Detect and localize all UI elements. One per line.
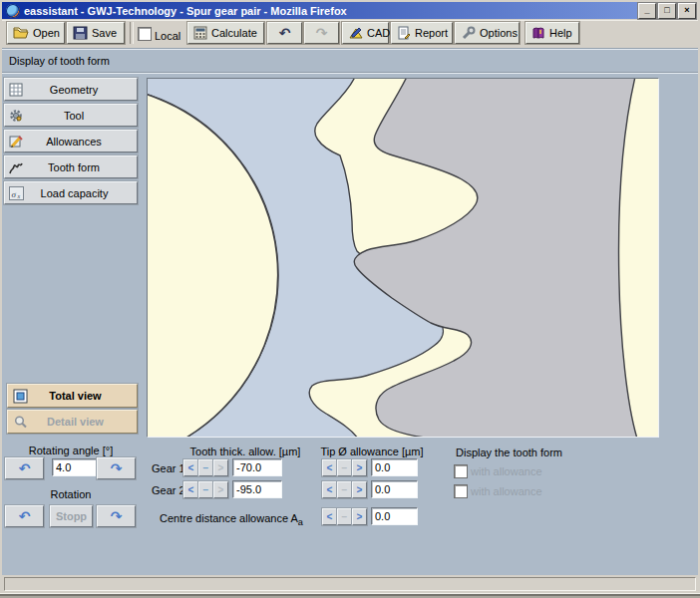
detail-view-label: Detail view xyxy=(28,416,137,428)
with-allowance-label-2: with allowance xyxy=(471,485,542,497)
minus-icon: − xyxy=(342,511,348,522)
chevron-right-icon: > xyxy=(218,484,224,495)
rotation-stop-label: Stopp xyxy=(56,510,87,522)
total-view-icon xyxy=(13,389,28,404)
tooth-thickness-header: Tooth thick. allow. [µm] xyxy=(182,446,308,457)
undo-icon: ↶ xyxy=(279,25,291,41)
options-button[interactable]: Options xyxy=(455,22,520,44)
save-floppy-icon xyxy=(73,26,88,40)
rotation-ccw-button[interactable]: ↶ xyxy=(5,505,44,527)
toolbar-separator xyxy=(130,22,134,44)
rotate-ccw-button[interactable]: ↶ xyxy=(5,457,44,479)
save-button[interactable]: Save xyxy=(67,22,125,44)
svg-text:σ: σ xyxy=(12,188,17,198)
close-button[interactable]: × xyxy=(678,3,696,19)
redo-button[interactable]: ↷ xyxy=(304,22,339,44)
with-allowance-checkbox-2[interactable] xyxy=(454,484,468,498)
maximize-button[interactable]: □ xyxy=(658,3,676,19)
window-bottom-edge xyxy=(0,593,700,598)
chevron-left-icon: < xyxy=(188,462,194,473)
window-title: eassistant - GWJ-Technology - Spur gear … xyxy=(24,5,347,17)
tooth-gear2-decrement-button[interactable]: < xyxy=(183,481,198,498)
open-folder-icon xyxy=(13,26,29,40)
sidebar-item-geometry[interactable]: Geometry xyxy=(4,78,138,101)
minus-icon: − xyxy=(342,484,348,495)
tooth-gear1-reset-button[interactable]: − xyxy=(198,459,213,476)
centre-distance-input[interactable] xyxy=(371,507,418,525)
options-tools-icon xyxy=(461,26,476,40)
sidebar-label-geometry: Geometry xyxy=(23,84,137,96)
open-button[interactable]: Open xyxy=(7,22,65,44)
minus-icon: − xyxy=(342,462,348,473)
detail-view-button[interactable]: Detail view xyxy=(7,410,138,434)
tooth-gear1-input[interactable] xyxy=(232,458,282,476)
calculate-button[interactable]: Calculate xyxy=(187,22,264,44)
chevron-left-icon: < xyxy=(188,484,194,495)
title-bar: eassistant - GWJ-Technology - Spur gear … xyxy=(2,2,696,19)
sidebar-item-tool[interactable]: Tool xyxy=(4,104,138,127)
local-label: Local xyxy=(155,30,180,42)
total-view-button[interactable]: Total view xyxy=(7,384,138,408)
gear1-label: Gear 1 xyxy=(152,462,185,474)
tip-gear2-decrement-button[interactable]: < xyxy=(322,481,337,498)
help-book-icon xyxy=(531,26,545,40)
svg-text:x: x xyxy=(17,193,21,199)
minus-icon: − xyxy=(203,484,209,495)
tooth-gear2-reset-button[interactable]: − xyxy=(198,481,213,498)
rotate-cw-icon: ↷ xyxy=(111,460,123,476)
chevron-left-icon: < xyxy=(327,484,333,495)
tooth-gear2-increment-button[interactable]: > xyxy=(213,481,228,498)
window-controls: _ □ × xyxy=(638,3,696,19)
tip-gear2-reset-button[interactable]: − xyxy=(337,481,352,498)
local-checkbox[interactable] xyxy=(138,27,152,41)
page-title: Display of tooth form xyxy=(2,49,698,73)
undo-button[interactable]: ↶ xyxy=(267,22,302,44)
total-view-label: Total view xyxy=(28,390,137,402)
redo-icon: ↷ xyxy=(316,25,328,41)
tip-gear2-increment-button[interactable]: > xyxy=(352,481,367,498)
tooth-form-canvas[interactable] xyxy=(147,78,659,438)
rotation-ccw-icon: ↶ xyxy=(19,508,31,524)
tooth-gear2-input[interactable] xyxy=(232,480,282,498)
sidebar-item-load-capacity[interactable]: σx Load capacity xyxy=(4,181,138,204)
centre-reset-button[interactable]: − xyxy=(337,508,352,525)
centre-decrement-button[interactable]: < xyxy=(322,508,337,525)
chevron-right-icon: > xyxy=(357,462,363,473)
chevron-right-icon: > xyxy=(357,484,363,495)
tip-gear1-reset-button[interactable]: − xyxy=(337,459,352,476)
cad-button[interactable]: CAD xyxy=(342,22,389,44)
open-label: Open xyxy=(33,27,60,39)
minimize-button[interactable]: _ xyxy=(638,3,656,19)
rotate-cw-button[interactable]: ↷ xyxy=(97,457,136,479)
chevron-right-icon: > xyxy=(218,462,224,473)
sidebar-item-allowances[interactable]: Allowances xyxy=(4,130,138,152)
report-document-icon xyxy=(397,26,411,40)
tip-gear1-increment-button[interactable]: > xyxy=(352,459,367,476)
with-allowance-checkbox-1[interactable] xyxy=(454,464,468,478)
tip-gear2-input[interactable] xyxy=(371,480,418,498)
tooth-gear1-decrement-button[interactable]: < xyxy=(183,459,198,476)
status-bar xyxy=(2,575,698,593)
cad-label: CAD xyxy=(367,27,390,39)
help-button[interactable]: Help xyxy=(525,22,579,44)
centre-increment-button[interactable]: > xyxy=(352,508,367,525)
calculator-icon xyxy=(193,26,207,40)
cad-drawing-icon xyxy=(348,26,363,40)
allowances-pencil-icon xyxy=(9,135,23,149)
chevron-left-icon: < xyxy=(327,511,333,522)
gear-mesh-drawing xyxy=(148,79,658,437)
rotating-angle-input[interactable] xyxy=(52,458,98,476)
firefox-icon xyxy=(6,4,20,18)
rotation-stop-button[interactable]: Stopp xyxy=(50,505,93,527)
rotating-angle-label: Rotating angle [°] xyxy=(10,445,132,456)
tip-gear1-decrement-button[interactable]: < xyxy=(322,459,337,476)
calculate-label: Calculate xyxy=(211,27,257,39)
tip-gear1-input[interactable] xyxy=(371,458,418,476)
report-button[interactable]: Report xyxy=(391,22,453,44)
sidebar-item-tooth-form[interactable]: Tooth form xyxy=(4,155,138,178)
sidebar-label-tooth-form: Tooth form xyxy=(23,161,137,173)
tooth-form-icon xyxy=(9,160,23,174)
rotation-cw-button[interactable]: ↷ xyxy=(97,505,136,527)
tooth-gear1-increment-button[interactable]: > xyxy=(213,459,228,476)
rotate-ccw-icon: ↶ xyxy=(19,460,31,476)
